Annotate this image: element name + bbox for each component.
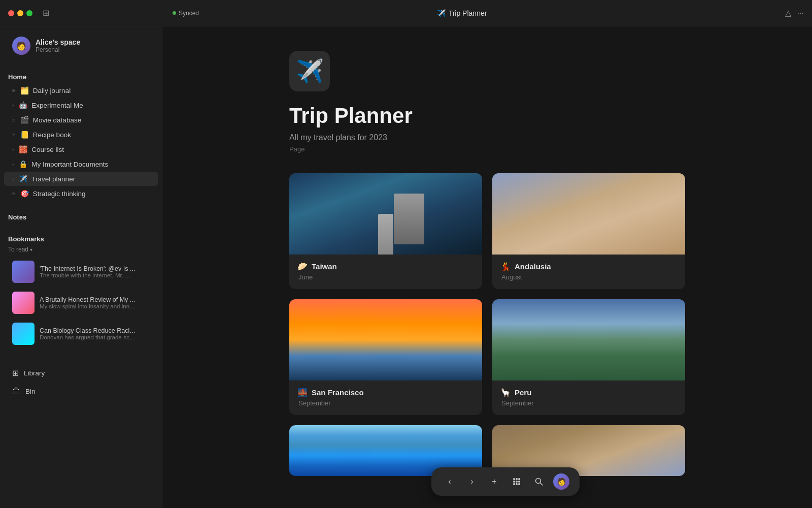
svg-point-8 (518, 483, 520, 485)
fullscreen-button[interactable] (26, 10, 32, 16)
sidebar-item-library[interactable]: ⊞ Library (4, 364, 158, 382)
trip-card-taiwan[interactable]: 🥟 Taiwan June (289, 173, 482, 289)
user-info: Alice's space Personal (36, 38, 80, 53)
trip-card-andalusia[interactable]: 💃 Andalusia August (492, 173, 685, 289)
sidebar-item-experimental-me[interactable]: › 🤖 Experimental Me (4, 98, 158, 112)
trip-card-body-sanfrancisco: 🌉 San Francisco September (289, 380, 482, 415)
bookmark-title-2: A Brutally Honest Review of My ... (40, 296, 136, 303)
svg-point-3 (513, 481, 515, 483)
sidebar-item-label: Strategic thinking (33, 190, 150, 198)
search-button[interactable] (529, 471, 549, 492)
back-button[interactable]: ‹ (439, 471, 460, 492)
user-section[interactable]: 🧑 Alice's space Personal (4, 30, 158, 61)
traffic-lights (8, 10, 32, 16)
bookmark-text-1: 'The Internet Is Broken': @ev Is ... The… (40, 265, 136, 278)
svg-point-2 (518, 478, 520, 480)
titlebar-left: ⊞ (0, 8, 162, 18)
sidebar-item-important-docs[interactable]: › 🔒 My Important Documents (4, 157, 158, 171)
bookmark-thumb-3 (12, 323, 35, 345)
trip-card-peru[interactable]: 🦙 Peru September (492, 299, 685, 415)
chevron-down-icon: ▾ (30, 247, 32, 252)
trip-card-body-andalusia: 💃 Andalusia August (492, 255, 685, 289)
trip-card-sanfrancisco[interactable]: 🌉 San Francisco September (289, 299, 482, 415)
sidebar: 🧑 Alice's space Personal Home ≡ 🗂️ Daily… (0, 0, 162, 508)
home-section-title: Home (0, 69, 162, 83)
page-icon: ✈️ (289, 51, 330, 91)
bookmark-title-3: Can Biology Class Reduce Racis... (40, 327, 136, 334)
bookmark-desc-1: The trouble with the internet, Mr. Will.… (40, 272, 136, 278)
trip-date-taiwan: June (297, 273, 474, 281)
apps-button[interactable] (506, 471, 527, 492)
trip-name-row: 🌉 San Francisco (297, 388, 474, 397)
trip-date-andalusia: August (500, 273, 677, 281)
trip-card-image-peru (492, 299, 685, 380)
trip-card-body-taiwan: 🥟 Taiwan June (289, 255, 482, 289)
arrow-icon: ≡ (12, 191, 15, 197)
trip-name-peru: Peru (515, 388, 531, 397)
forward-button[interactable]: › (462, 471, 482, 492)
sidebar-item-daily-journal[interactable]: ≡ 🗂️ Daily journal (4, 83, 158, 98)
close-button[interactable] (8, 10, 14, 16)
svg-line-10 (540, 483, 543, 486)
trip-name-taiwan: Taiwan (312, 262, 337, 271)
trip-card-image-sanfrancisco (289, 299, 482, 380)
bookmarks-sub[interactable]: To read ▾ (0, 245, 162, 256)
experimental-icon: 🤖 (19, 101, 27, 109)
sidebar-item-travel-planner[interactable]: › ✈️ Travel planner (4, 172, 158, 186)
main-content: ✈️ Trip Planner All my travel plans for … (162, 0, 812, 508)
bookmarks-label: Bookmarks (8, 235, 44, 243)
trip-name-andalusia: Andalusia (515, 262, 551, 271)
bottom-toolbar: ‹ › + 🧑 (431, 467, 580, 496)
svg-point-0 (513, 478, 515, 480)
synced-badge: Synced (173, 10, 199, 17)
minimize-button[interactable] (17, 10, 23, 16)
svg-point-4 (516, 481, 518, 483)
synced-dot (173, 11, 176, 15)
search-icon (534, 477, 544, 486)
svg-point-7 (516, 483, 518, 485)
bin-label: Bin (25, 388, 36, 395)
trip-name-sf: San Francisco (312, 388, 364, 397)
library-label: Library (24, 369, 45, 377)
trip-name-row: 🥟 Taiwan (297, 262, 474, 271)
user-avatar-button[interactable]: 🧑 (551, 471, 571, 492)
more-icon[interactable]: ··· (797, 9, 804, 18)
sidebar-item-label: Daily journal (33, 87, 150, 94)
arrow-icon: ≡ (12, 117, 15, 123)
trip-emoji-peru: 🦙 (500, 388, 511, 397)
user-type: Personal (36, 46, 80, 53)
sidebar-toggle[interactable]: ⊞ (43, 8, 49, 18)
sidebar-item-recipe-book[interactable]: ≡ 📒 Recipe book (4, 128, 158, 142)
bookmark-item-2[interactable]: A Brutally Honest Review of My ... My sl… (4, 288, 158, 318)
library-icon: ⊞ (12, 368, 19, 378)
trip-emoji-taiwan: 🥟 (297, 262, 308, 271)
bookmarks-header: Bookmarks (0, 231, 162, 245)
sidebar-item-movie-database[interactable]: ≡ 🎬 Movie database (4, 113, 158, 127)
bookmark-desc-2: My slow spiral into insanity and inner..… (40, 303, 136, 309)
sidebar-item-strategic-thinking[interactable]: ≡ 🎯 Strategic thinking (4, 186, 158, 201)
course-icon: 🧱 (19, 145, 27, 153)
sidebar-item-bin[interactable]: 🗑 Bin (4, 383, 158, 400)
bookmark-item-3[interactable]: Can Biology Class Reduce Racis... Donova… (4, 319, 158, 349)
trip-emoji-andalusia: 💃 (500, 262, 511, 271)
bookmark-desc-3: Donovan has argued that grade-sch... (40, 334, 136, 340)
trip-card-image-taiwan (289, 173, 482, 255)
svg-point-6 (513, 483, 515, 485)
sidebar-item-label: My Important Documents (31, 161, 150, 168)
user-name: Alice's space (36, 38, 80, 46)
warning-icon[interactable]: △ (785, 8, 791, 18)
titlebar-title: Trip Planner (449, 9, 487, 17)
arrow-icon: › (12, 162, 14, 167)
sidebar-item-course-list[interactable]: › 🧱 Course list (4, 142, 158, 156)
trip-name-row: 💃 Andalusia (500, 262, 677, 271)
sidebar-item-label: Recipe book (33, 131, 150, 139)
notes-section: Notes (0, 205, 162, 227)
page-subtitle: All my travel plans for 2023 (289, 133, 685, 142)
bookmark-item-1[interactable]: 'The Internet Is Broken': @ev Is ... The… (4, 257, 158, 287)
grid-icon (512, 477, 521, 486)
bookmark-thumb-2 (12, 292, 35, 314)
arrow-icon: › (12, 147, 14, 152)
page-content: ✈️ Trip Planner All my travel plans for … (259, 26, 716, 508)
add-button[interactable]: + (484, 471, 504, 492)
bookmarks-section: Bookmarks To read ▾ 'The Internet Is Bro… (0, 227, 162, 354)
